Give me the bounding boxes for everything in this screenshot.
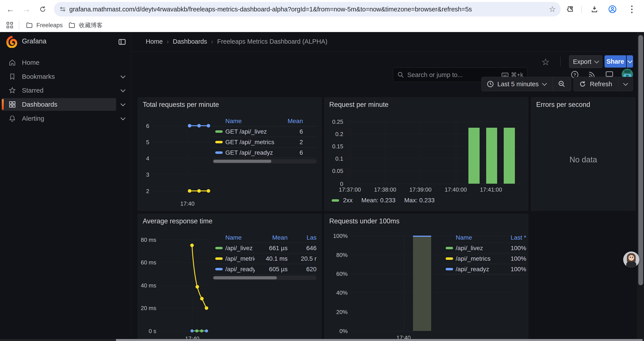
series-name[interactable]: /api/_livez <box>456 245 500 252</box>
extensions-icon[interactable] <box>564 3 577 16</box>
series-color-pill <box>332 199 339 202</box>
folder-icon <box>26 22 33 29</box>
breadcrumb-dashboards[interactable]: Dashboards <box>173 38 207 45</box>
legend-row[interactable]: /api/_metrics 100% <box>443 253 526 264</box>
breadcrumb-current: Freeleaps Metrics Dashboard (ALPHA) <box>217 38 328 45</box>
legend-row[interactable]: GET /api/_livez 6 <box>212 126 316 137</box>
y-tick: 0.05 <box>324 168 343 174</box>
reload-button[interactable] <box>36 3 49 15</box>
legend-row[interactable]: /api/_metrics 40.1 ms 20.5 r <box>212 253 316 264</box>
y-tick: 80% <box>324 252 348 258</box>
legend-row[interactable]: /api/_readyz 605 µs 620 <box>212 264 316 274</box>
series-mean: Mean: 0.233 <box>362 197 396 204</box>
sidebar-item-starred[interactable]: Starred <box>2 84 116 97</box>
series-last: 100% <box>500 245 526 252</box>
bar-2xx[interactable] <box>504 128 515 184</box>
percentage-bar[interactable] <box>413 237 431 331</box>
legend-col-last[interactable]: Las <box>289 234 316 241</box>
grafana-brand[interactable]: Grafana <box>22 37 46 45</box>
apps-grid-icon[interactable] <box>3 3 16 16</box>
assistant-avatar[interactable] <box>623 251 640 268</box>
series-name[interactable]: /api/_readyz <box>225 266 255 273</box>
url-bar[interactable]: grafana.mathmast.com/d/deytv4rwavabkb/fr… <box>54 2 561 17</box>
scrollbar-thumb[interactable] <box>213 160 271 163</box>
svg-text:?: ? <box>574 72 576 77</box>
site-settings-icon[interactable] <box>59 6 66 13</box>
forward-button[interactable]: → <box>20 3 33 15</box>
panel-avg-response-time[interactable]: Average response time 80 ms 60 ms 40 ms … <box>138 214 322 341</box>
grafana-logo[interactable] <box>6 36 18 48</box>
legend-scrollbar[interactable] <box>212 159 316 163</box>
chevron-down-icon[interactable] <box>120 115 126 121</box>
share-button[interactable]: Share <box>604 55 626 68</box>
url-text[interactable]: grafana.mathmast.com/d/deytv4rwavabkb/fr… <box>69 6 549 13</box>
bar-2xx[interactable] <box>468 128 480 184</box>
time-range-picker[interactable]: Last 5 minutes <box>482 77 552 91</box>
chevron-down-icon[interactable] <box>120 101 126 106</box>
legend-row[interactable]: /api/_readyz 100% <box>443 264 526 274</box>
legend-col-mean[interactable]: Mean <box>255 234 288 241</box>
bar-2xx[interactable] <box>486 128 497 184</box>
series-color-pill <box>215 268 223 270</box>
legend-col-mean[interactable]: Mean <box>279 118 303 125</box>
bookmark-folder-blogs[interactable]: 收藏博客 <box>67 20 104 30</box>
legend-row[interactable]: /api/_livez 661 µs 646 <box>212 243 316 253</box>
legend-row[interactable]: GET /api/_readyz 6 <box>212 147 316 158</box>
chevron-down-icon[interactable] <box>120 74 126 79</box>
legend-row[interactable]: /api/_livez 100% <box>443 243 526 253</box>
share-dropdown-button[interactable] <box>627 55 633 68</box>
refresh-label: Refresh <box>590 81 612 88</box>
legend-col-name[interactable]: Name <box>225 118 279 125</box>
panel-requests-under-100ms[interactable]: Requests under 100ms 100% 80% 60% 40% 20… <box>324 214 528 341</box>
refresh-button[interactable]: Refresh <box>574 77 618 91</box>
panel-errors-per-second[interactable]: Errors per second No data <box>531 97 636 211</box>
legend[interactable]: 2xx Mean: 0.233 Max: 0.233 <box>332 197 435 204</box>
scrollbar-thumb[interactable] <box>116 339 643 341</box>
legend-header: Name Last * <box>443 233 526 243</box>
favorite-star-icon[interactable]: ☆ <box>542 57 550 67</box>
series-name[interactable]: 2xx <box>343 197 353 204</box>
bookmark-folder-freeleaps[interactable]: Freeleaps <box>24 20 64 30</box>
panel-total-requests[interactable]: Total requests per minute 6 5 4 3 2 17:4… <box>138 97 322 211</box>
screen: ← → grafana.mathmast.com/d/deytv4rwavabk… <box>0 0 644 341</box>
avatar-body <box>626 261 636 268</box>
sidebar-item-dashboards[interactable]: Dashboards <box>2 98 116 111</box>
bookmark-star-icon[interactable]: ☆ <box>549 5 556 14</box>
legend-col-name[interactable]: Name <box>456 234 500 241</box>
chevron-down-icon[interactable] <box>120 87 126 92</box>
breadcrumb-home[interactable]: Home <box>146 38 163 45</box>
legend-scrollbar[interactable] <box>212 276 316 280</box>
series-name[interactable]: /api/_metrics <box>225 255 255 262</box>
legend-row[interactable]: GET /api/_metrics 2 <box>212 137 316 147</box>
series-name[interactable]: /api/_readyz <box>456 266 500 273</box>
bookmarks-bar: Freeleaps 收藏博客 <box>0 19 644 32</box>
export-button[interactable]: Export <box>569 55 602 68</box>
sidebar-item-home[interactable]: Home <box>2 56 116 69</box>
sidebar-toggle-icon[interactable] <box>118 38 126 46</box>
profile-icon[interactable] <box>606 3 619 16</box>
panel-request-per-minute[interactable]: Request per minute 0.25 0.2 0.15 0.1 0.0… <box>324 97 528 211</box>
series-name[interactable]: GET /api/_readyz <box>225 149 279 156</box>
panel-title[interactable]: Requests under 100ms <box>329 217 400 225</box>
panel-title[interactable]: Request per minute <box>329 101 389 109</box>
legend-col-last[interactable]: Last * <box>500 234 526 241</box>
sidebar-item-alerting[interactable]: Alerting <box>2 112 116 125</box>
breadcrumb: Home › Dashboards › Freeleaps Metrics Da… <box>146 38 328 45</box>
zoom-out-icon <box>558 80 566 88</box>
series-color-pill <box>215 141 223 143</box>
panel-title[interactable]: Errors per second <box>536 101 590 109</box>
legend-col-name[interactable]: Name <box>225 234 255 241</box>
page-scrollbar-vertical[interactable] <box>638 32 644 341</box>
browser-menu-icon[interactable] <box>625 3 638 16</box>
refresh-interval-dropdown[interactable] <box>618 77 633 91</box>
series-name[interactable]: /api/_metrics <box>456 255 500 262</box>
scrollbar-thumb[interactable] <box>638 35 643 285</box>
zoom-out-button[interactable] <box>552 77 571 91</box>
series-last: 20.5 r <box>289 255 316 262</box>
series-name[interactable]: /api/_livez <box>225 245 255 252</box>
download-icon[interactable] <box>588 3 601 16</box>
series-name[interactable]: GET /api/_metrics <box>225 139 279 146</box>
sidebar-item-bookmarks[interactable]: Bookmarks <box>2 70 116 83</box>
series-name[interactable]: GET /api/_livez <box>225 128 279 135</box>
scrollbar-thumb[interactable] <box>213 276 277 279</box>
